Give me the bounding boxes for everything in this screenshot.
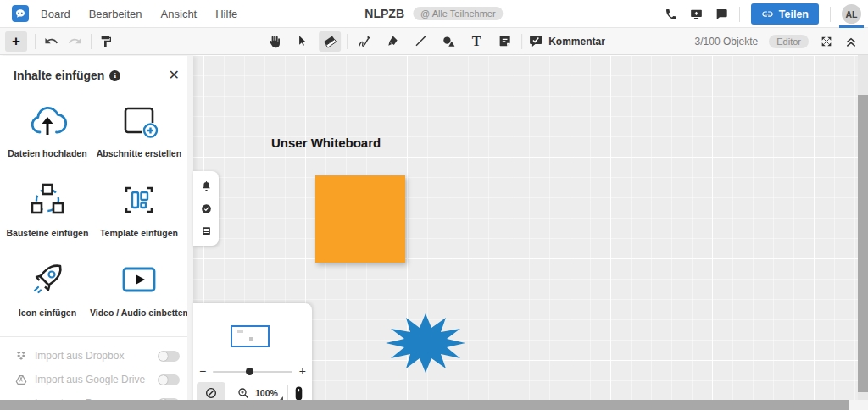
divider: [287, 385, 288, 401]
tile-label: Video / Audio einbetten: [90, 308, 188, 318]
menu-board[interactable]: Board: [41, 8, 70, 20]
avatar-active-indicator: [839, 25, 864, 28]
zoom-out-minus[interactable]: −: [199, 364, 206, 378]
mouse-mode-icon[interactable]: [293, 385, 304, 402]
tile-label: Icon einfügen: [19, 308, 76, 318]
board-title[interactable]: NLPZB: [364, 7, 404, 20]
select-tool-button[interactable]: [291, 31, 313, 52]
tile-insert-template[interactable]: Template einfügen: [90, 179, 188, 238]
navigator-panel: − + 100%: [193, 303, 312, 410]
zoom-level-dropdown[interactable]: 100%: [255, 388, 282, 398]
vertical-scrollbar-thumb[interactable]: [858, 95, 868, 392]
dropbox-icon: [15, 350, 27, 362]
blue-starburst-shape[interactable]: [381, 309, 470, 377]
divider: [0, 336, 193, 337]
audience-badge[interactable]: @ Alle Teilnehmer: [413, 7, 504, 20]
fullscreen-icon[interactable]: [820, 35, 833, 48]
horizontal-scrollbar-thumb[interactable]: [0, 400, 849, 410]
pen-scribble-icon: [357, 34, 372, 49]
user-avatar[interactable]: AL: [842, 0, 861, 28]
vertical-scrollbar[interactable]: [858, 55, 868, 400]
list-outline-icon[interactable]: [200, 224, 213, 237]
close-panel-icon[interactable]: ✕: [169, 69, 180, 82]
orange-square-shape[interactable]: [315, 175, 405, 263]
minimap-viewport[interactable]: [231, 325, 270, 347]
google-drive-icon: [15, 374, 27, 385]
import-label: Import aus Google Drive: [35, 374, 158, 385]
divider: [91, 34, 92, 49]
add-content-button[interactable]: +: [5, 31, 27, 52]
tile-upload-files[interactable]: Dateien hochladen: [5, 99, 90, 158]
template-icon: [119, 181, 159, 219]
create-section-icon: [119, 102, 159, 139]
building-blocks-icon: [27, 181, 68, 219]
tasks-check-icon[interactable]: [200, 202, 213, 215]
text-tool-icon: T: [472, 35, 481, 48]
zoom-in-magnifier-icon[interactable]: [236, 386, 250, 400]
cloud-upload-icon: [27, 102, 68, 139]
import-dropbox-row[interactable]: Import aus Dropbox: [0, 344, 193, 368]
tile-label: Abschnitte erstellen: [97, 148, 181, 158]
tile-embed-video-audio[interactable]: Video / Audio einbetten: [90, 258, 188, 318]
shapes-tool-button[interactable]: [437, 31, 459, 52]
zoom-slider-knob[interactable]: [246, 368, 253, 375]
comment-icon: [528, 34, 543, 48]
divider: [830, 7, 831, 22]
screen-share-icon[interactable]: [689, 8, 704, 21]
import-google-drive-row[interactable]: Import aus Google Drive: [0, 368, 193, 391]
comment-tool-button[interactable]: Kommentar: [528, 34, 605, 48]
cursor-icon: [295, 34, 309, 48]
format-paint-icon[interactable]: [99, 35, 113, 48]
notifications-bell-icon[interactable]: [200, 180, 213, 193]
sticky-note-tool-button[interactable]: [493, 31, 515, 52]
menu-hilfe[interactable]: Hilfe: [215, 8, 237, 20]
phone-call-icon[interactable]: [665, 8, 678, 21]
top-menu-bar: Board Bearbeiten Ansicht Hilfe NLPZB @ A…: [0, 0, 868, 28]
avatar-initials: AL: [842, 4, 861, 24]
collapse-toolbar-icon[interactable]: [844, 35, 858, 48]
zoom-slider: − +: [193, 364, 312, 380]
pan-tool-button[interactable]: [263, 31, 285, 52]
panel-title: Inhalte einfügen: [14, 69, 104, 82]
pen-tool-button[interactable]: [353, 31, 376, 52]
menu-bearbeiten[interactable]: Bearbeiten: [89, 8, 142, 20]
app-logo-icon[interactable]: [12, 5, 29, 22]
app-window: Unser Whiteboard Board Bearbeiten Ansich…: [0, 0, 868, 410]
eraser-tool-button[interactable]: [319, 31, 341, 52]
share-button[interactable]: Teilen: [751, 3, 819, 25]
tile-create-sections[interactable]: Abschnitte erstellen: [90, 99, 188, 158]
text-tool-button[interactable]: T: [465, 31, 487, 52]
side-mini-toolbar: [193, 171, 219, 246]
divider: [521, 34, 522, 49]
chat-icon[interactable]: [715, 8, 728, 21]
zoom-in-plus[interactable]: +: [299, 364, 306, 378]
menu-ansicht[interactable]: Ansicht: [161, 8, 198, 20]
horizontal-scrollbar[interactable]: [0, 400, 868, 410]
info-icon[interactable]: i: [109, 70, 120, 81]
undo-icon[interactable]: [43, 34, 59, 48]
compass-icon: [204, 386, 218, 400]
divider: [347, 34, 348, 49]
canvas-heading-text[interactable]: Unser Whiteboard: [271, 136, 381, 150]
highlighter-tool-button[interactable]: [381, 31, 403, 52]
shapes-icon: [441, 34, 457, 49]
import-label: Import aus Dropbox: [35, 350, 158, 362]
panel-scrollbar[interactable]: [187, 56, 193, 410]
divider: [739, 7, 740, 22]
dropbox-toggle[interactable]: [158, 351, 180, 362]
line-icon: [414, 34, 428, 48]
tile-label: Bausteine einfügen: [7, 228, 89, 238]
share-button-label: Teilen: [779, 8, 809, 20]
tile-insert-building-blocks[interactable]: Bausteine einfügen: [5, 179, 90, 238]
insert-content-panel: Inhalte einfügen i ✕ Dateien hochladen: [0, 56, 193, 410]
redo-icon[interactable]: [67, 34, 83, 48]
objects-counter: 3/100 Objekte: [695, 36, 759, 47]
minimap-object: [249, 337, 253, 341]
line-tool-button[interactable]: [409, 31, 431, 52]
google-drive-toggle[interactable]: [158, 374, 180, 385]
divider: [231, 385, 231, 401]
video-embed-icon: [119, 261, 159, 298]
rocket-icon: [27, 261, 68, 298]
comment-tool-label: Kommentar: [548, 36, 605, 47]
tile-insert-icon[interactable]: Icon einfügen: [5, 258, 90, 318]
